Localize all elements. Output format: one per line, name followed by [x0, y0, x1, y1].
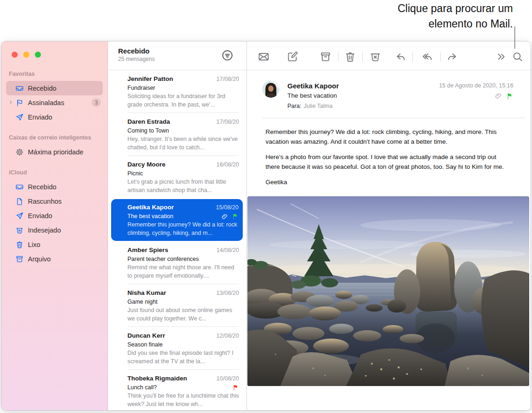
- message-row-darcy-moore[interactable]: Darcy Moore16/08/20 Picnic Let's grab a …: [108, 156, 246, 199]
- message-row-nisha-kumar[interactable]: Nisha Kumar13/08/20 Game night Just foun…: [108, 284, 246, 327]
- row-sender: Darcy Moore: [127, 160, 166, 169]
- chevron-right-icon[interactable]: [7, 99, 14, 106]
- message-pane: Geetika Kapoor The best vacation Para:Ju…: [247, 41, 531, 411]
- callout-line-1: Clique para procurar um: [398, 1, 513, 16]
- archive-box-icon: [15, 255, 24, 263]
- paper-plane-icon: [15, 212, 24, 220]
- message-date: 15 de Agosto de 2020, 15:16: [439, 82, 513, 89]
- row-subject: Coming to Town: [127, 127, 169, 135]
- archive-button[interactable]: [319, 51, 332, 63]
- message-list-header: Recebido 25 mensagens: [108, 41, 246, 70]
- toolbar-separator: [440, 52, 441, 62]
- mail-window: Favoritas Recebido Assinaladas 3: [1, 41, 531, 411]
- trash-icon: [15, 240, 24, 249]
- sidebar-item-maxima-prioridade[interactable]: Máxima prioridade: [6, 145, 103, 159]
- recipient-name[interactable]: Julie Talma: [304, 103, 332, 109]
- zoom-button[interactable]: [35, 52, 41, 58]
- row-subject: Season finale: [127, 340, 163, 349]
- forward-button[interactable]: [446, 51, 458, 63]
- row-subject: Lunch call?: [127, 383, 157, 392]
- sidebar-item-recebido-icloud[interactable]: Recebido: [6, 180, 103, 194]
- green-flag-icon: [232, 213, 239, 220]
- row-sender: Amber Spiers: [127, 246, 168, 254]
- delete-button[interactable]: [344, 51, 356, 63]
- row-subject: The best vacation: [127, 212, 173, 220]
- compose-button[interactable]: [286, 51, 299, 63]
- row-sender: Thobeka Rigmaiden: [127, 374, 187, 383]
- message-row-daren-estrada[interactable]: Daren Estrada17/08/20 Coming to Town Hey…: [108, 113, 246, 156]
- to-label: Para:: [287, 103, 301, 109]
- row-subject: Game night: [127, 298, 158, 306]
- message-row-amber-spiers[interactable]: Amber Spiers14/08/20 Parent teacher conf…: [108, 241, 246, 284]
- toolbar-separator: [338, 52, 339, 62]
- window-controls: [1, 41, 107, 58]
- search-button[interactable]: [512, 51, 524, 63]
- filter-button[interactable]: [221, 49, 234, 62]
- reply-button[interactable]: [395, 51, 407, 63]
- sidebar-item-enviado-favoritas[interactable]: Enviado: [6, 110, 103, 124]
- sidebar-item-rascunhos[interactable]: Rascunhos: [6, 194, 103, 208]
- row-preview: Think you'll be free for a lunchtime cha…: [127, 392, 239, 408]
- row-sender: Nisha Kumar: [127, 288, 166, 297]
- sidebar-item-enviado-icloud[interactable]: Enviado: [6, 208, 103, 223]
- inbox-tray-icon: [15, 183, 24, 191]
- sidebar-item-lixo[interactable]: Lixo: [6, 237, 103, 252]
- row-date: 13/08/20: [216, 289, 239, 298]
- row-preview: Remind me what night those are. I'll nee…: [127, 264, 239, 280]
- body-signature: Geetika: [266, 177, 512, 187]
- sender-avatar: [262, 80, 279, 98]
- minimize-button[interactable]: [23, 52, 29, 58]
- row-subject: Picnic: [127, 169, 143, 178]
- body-paragraph: Remember this journey? We did a lot: roc…: [266, 127, 512, 147]
- junk-bin-icon: [15, 226, 24, 234]
- get-mail-button[interactable]: [258, 51, 270, 63]
- row-date: 12/08/20: [216, 332, 239, 340]
- green-flag-icon: [506, 93, 513, 100]
- row-date: 10/08/20: [216, 374, 239, 383]
- row-preview: Remember this journey? We did a lot: roc…: [127, 221, 239, 237]
- more-toolbar-items-button[interactable]: [495, 51, 507, 63]
- toolbar-separator: [412, 52, 413, 62]
- sidebar-item-arquivo[interactable]: Arquivo: [6, 252, 103, 266]
- reply-all-button[interactable]: [421, 51, 433, 63]
- sidebar: Favoritas Recebido Assinaladas 3: [1, 41, 108, 411]
- row-subject: Parent teacher conferences: [127, 255, 199, 263]
- row-sender: Daren Estrada: [127, 117, 170, 126]
- sidebar-item-label: Assinaladas: [28, 99, 64, 107]
- inbox-tray-icon: [15, 84, 24, 93]
- message-header: Geetika Kapoor The best vacation Para:Ju…: [247, 70, 531, 111]
- junk-button[interactable]: [369, 51, 381, 63]
- sidebar-item-recebido[interactable]: Recebido: [6, 81, 103, 95]
- message-rows: Jennifer Patton17/08/20 Fundraiser Solic…: [108, 70, 246, 411]
- sidebar-item-label: Arquivo: [28, 255, 51, 263]
- message-row-thobeka-rigmaiden[interactable]: Thobeka Rigmaiden10/08/20 Lunch call? Th…: [108, 370, 246, 411]
- unread-count-badge: 3: [92, 98, 101, 107]
- row-date: 14/08/20: [216, 246, 239, 255]
- paperclip-icon: [495, 92, 502, 100]
- sidebar-item-indesejado[interactable]: Indesejado: [6, 223, 103, 237]
- sidebar-item-assinaladas[interactable]: Assinaladas 3: [6, 95, 103, 110]
- attachment-photo-lake-boulders[interactable]: [247, 196, 529, 386]
- section-title-favoritas: Favoritas: [9, 71, 107, 79]
- toolbar-separator: [362, 52, 363, 62]
- red-flag-icon: [233, 384, 239, 391]
- message-recipient-line: Para:Julie Talma: [287, 101, 514, 111]
- body-paragraph: Here's a photo from our favorite spot. I…: [266, 152, 512, 172]
- message-row-jennifer-patton[interactable]: Jennifer Patton17/08/20 Fundraiser Solic…: [108, 70, 246, 113]
- section-title-smart-mailboxes: Caixas de correio inteligentes: [9, 134, 107, 143]
- toolbar: [247, 41, 531, 70]
- flag-icon: [15, 99, 24, 107]
- section-title-icloud: iCloud: [9, 169, 107, 178]
- sidebar-item-label: Lixo: [28, 241, 40, 248]
- message-meta: 15 de Agosto de 2020, 15:16: [439, 82, 513, 100]
- message-row-duncan-kerr[interactable]: Duncan Kerr12/08/20 Season finale Did yo…: [108, 327, 246, 370]
- sidebar-item-label: Enviado: [28, 212, 52, 220]
- row-subject: Fundraiser: [127, 84, 155, 92]
- close-button[interactable]: [12, 52, 18, 58]
- sidebar-item-label: Recebido: [28, 183, 56, 191]
- row-preview: Just found out about some online games w…: [127, 306, 239, 323]
- row-date: 17/08/20: [216, 75, 239, 84]
- row-preview: Let's grab a picnic lunch from that litt…: [127, 178, 239, 194]
- sidebar-item-label: Recebido: [28, 85, 56, 92]
- message-row-geetika-kapoor-selected[interactable]: Geetika Kapoor15/08/20 The best vacation…: [111, 199, 243, 241]
